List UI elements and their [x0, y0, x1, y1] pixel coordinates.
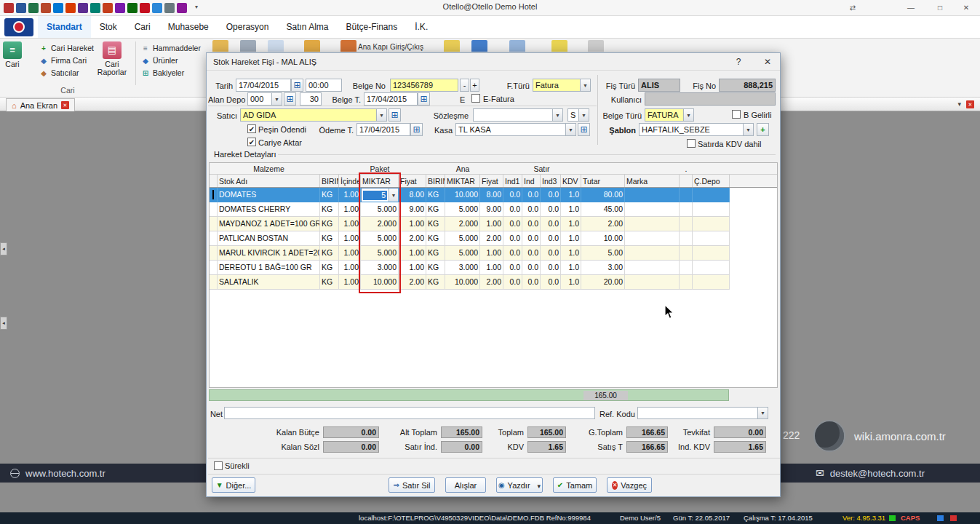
- cell-kdv[interactable]: 1.0: [561, 261, 581, 275]
- b-gelirli-checkbox[interactable]: [732, 110, 741, 119]
- combo-arrow-icon[interactable]: [683, 109, 693, 121]
- table-row[interactable]: PATLICAN BOSTANKG1.005.0002.00KG5.0002.0…: [210, 231, 777, 246]
- cell-marka[interactable]: [625, 261, 680, 275]
- cell-kdv[interactable]: 1.0: [561, 246, 581, 261]
- cell-icinde[interactable]: 1.00: [339, 188, 361, 202]
- cell-paket-miktar[interactable]: 5.000: [361, 231, 399, 246]
- cell-paket-miktar[interactable]: 10.000: [361, 275, 399, 290]
- quick-icon[interactable]: [115, 3, 125, 13]
- e-fatura-checkbox[interactable]: [471, 94, 480, 103]
- menu-tab[interactable]: Cari: [126, 16, 159, 38]
- cell-indicator[interactable]: [210, 217, 218, 231]
- column-header[interactable]: Ind1: [503, 175, 522, 187]
- ribbon-item[interactable]: ◆Firma Cari: [39, 55, 87, 66]
- menu-tab[interactable]: Bütçe-Finans: [338, 16, 407, 38]
- belge-no-minus-button[interactable]: -: [460, 79, 469, 92]
- quick-icon[interactable]: [152, 3, 162, 13]
- cell-birim[interactable]: KG: [320, 261, 339, 275]
- cell-tutar[interactable]: 80.00: [581, 188, 625, 202]
- combo-arrow-icon[interactable]: [565, 124, 575, 135]
- cell-marka[interactable]: [625, 231, 680, 246]
- quick-access-more-icon[interactable]: ▾: [195, 4, 198, 10]
- combo-arrow-icon[interactable]: [743, 124, 753, 135]
- quick-icon[interactable]: [53, 3, 63, 13]
- column-header[interactable]: BIRIM: [426, 175, 445, 187]
- door-icon[interactable]: [340, 40, 356, 52]
- cell-name[interactable]: DOMATES CHERRY: [218, 202, 320, 217]
- cell-indicator[interactable]: [680, 202, 693, 217]
- cell-ana-miktar[interactable]: 2.000: [445, 217, 480, 231]
- cell-ind2[interactable]: 0.0: [522, 231, 541, 246]
- cell-ind2[interactable]: 0.0: [522, 261, 541, 275]
- combo-arrow-icon[interactable]: [580, 79, 590, 91]
- cell-cdepo[interactable]: [693, 231, 730, 246]
- cell-marka[interactable]: [625, 275, 680, 290]
- cell-tutar[interactable]: 3.00: [581, 261, 625, 275]
- column-header[interactable]: MIKTAR: [361, 175, 399, 187]
- cell-cdepo[interactable]: [693, 275, 730, 290]
- combo-arrow-icon[interactable]: [376, 109, 386, 121]
- kdv-dahil-checkbox[interactable]: [687, 139, 696, 148]
- sablon-add-button[interactable]: +: [757, 123, 769, 136]
- cell-indicator[interactable]: [210, 275, 218, 290]
- cell-kdv[interactable]: 1.0: [561, 188, 581, 202]
- odeme-t-input[interactable]: 17/04/2015: [356, 123, 410, 136]
- cell-paket-fiyat[interactable]: 2.00: [399, 275, 426, 290]
- left-panel-toggle-icon[interactable]: [0, 242, 7, 255]
- cell-paket-fiyat[interactable]: 8.00: [399, 188, 426, 202]
- cell-ind2[interactable]: 0.0: [522, 188, 541, 202]
- band-satir[interactable]: Satır: [522, 163, 561, 175]
- dialog-close-button[interactable]: ✕: [760, 56, 776, 68]
- tab-close-icon[interactable]: ✕: [61, 101, 69, 109]
- cell-icinde[interactable]: 1.00: [339, 231, 361, 246]
- column-header[interactable]: [680, 175, 693, 187]
- cell-indicator[interactable]: [210, 246, 218, 261]
- cell-paket-fiyat[interactable]: 1.00: [399, 246, 426, 261]
- cell-name[interactable]: MAYDANOZ 1 ADET=100 GR: [218, 217, 320, 231]
- cell-ana-birim[interactable]: KG: [426, 202, 445, 217]
- alislar-button[interactable]: Alışlar: [445, 477, 486, 493]
- belge-no-plus-button[interactable]: +: [470, 79, 479, 92]
- cell-ana-miktar[interactable]: 10.000: [445, 188, 480, 202]
- column-header[interactable]: Stok Adı: [218, 175, 320, 187]
- cell-ana-miktar[interactable]: 3.000: [445, 261, 480, 275]
- column-header[interactable]: Ind: [522, 175, 541, 187]
- cell-birim[interactable]: KG: [320, 246, 339, 261]
- cell-kdv[interactable]: 1.0: [561, 217, 581, 231]
- cell-birim[interactable]: KG: [320, 188, 339, 202]
- combo-arrow-icon[interactable]: [552, 109, 562, 121]
- printer-icon[interactable]: [240, 40, 256, 52]
- app-logo[interactable]: [4, 18, 33, 36]
- cell-ind1[interactable]: 0.0: [503, 231, 522, 246]
- tamam-button[interactable]: Tamam: [553, 477, 597, 493]
- quick-icon[interactable]: [65, 3, 76, 13]
- menu-tab[interactable]: Operasyon: [218, 16, 278, 38]
- chart-icon[interactable]: [509, 40, 525, 52]
- cell-ana-miktar[interactable]: 5.000: [445, 202, 480, 217]
- belge-no-input[interactable]: 123456789: [390, 79, 458, 92]
- diger-button[interactable]: Diğer...: [212, 477, 255, 493]
- alan-depo-combo[interactable]: 000: [247, 92, 282, 106]
- cell-indicator[interactable]: [680, 231, 693, 246]
- cell-ind2[interactable]: 0.0: [522, 202, 541, 217]
- cell-ind3[interactable]: 0.0: [541, 188, 561, 202]
- quick-icon[interactable]: [41, 3, 51, 13]
- menu-tab[interactable]: Satın Alma: [277, 16, 337, 38]
- yazdir-dropdown-icon[interactable]: [538, 481, 541, 490]
- cell-indicator[interactable]: [680, 188, 693, 202]
- cell-ana-fiyat[interactable]: 2.00: [480, 231, 503, 246]
- cell-tutar[interactable]: 10.00: [581, 231, 625, 246]
- menu-tab[interactable]: İ.K.: [406, 16, 437, 38]
- cell-icinde[interactable]: 1.00: [339, 246, 361, 261]
- left-panel-toggle-icon-2[interactable]: [0, 317, 7, 330]
- tarih-input[interactable]: 17/04/2015: [236, 79, 291, 92]
- quick-icon[interactable]: [28, 3, 39, 13]
- miktar-edit-dropdown-icon[interactable]: [389, 188, 398, 202]
- cell-name[interactable]: PATLICAN BOSTAN: [218, 231, 320, 246]
- cell-ana-birim[interactable]: KG: [426, 275, 445, 290]
- quick-icon[interactable]: [103, 3, 113, 13]
- cell-ind3[interactable]: 0.0: [541, 202, 561, 217]
- cell-indicator[interactable]: [680, 261, 693, 275]
- people-icon[interactable]: [212, 40, 228, 52]
- cell-ana-birim[interactable]: KG: [426, 231, 445, 246]
